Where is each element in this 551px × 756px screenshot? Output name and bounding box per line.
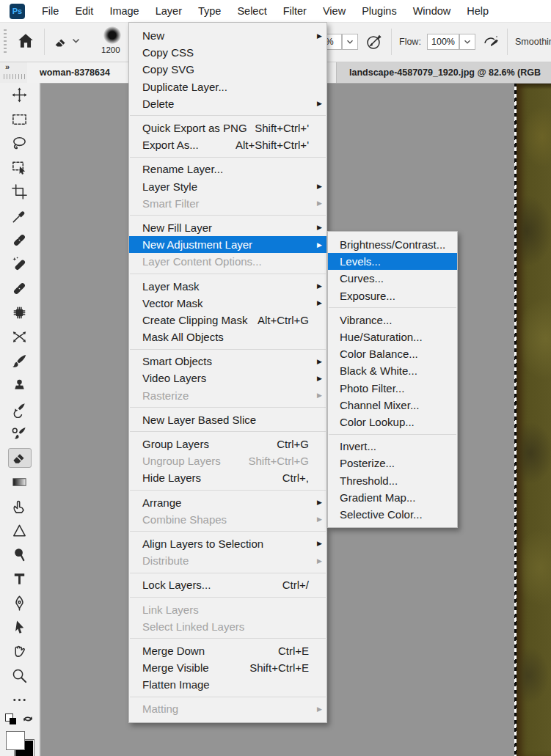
tool-object-selection[interactable] (8, 158, 32, 177)
tool-crop[interactable] (8, 182, 32, 202)
pressure-opacity-icon[interactable] (365, 33, 383, 51)
tool-type[interactable] (8, 569, 32, 589)
menu-item-copy-css[interactable]: Copy CSS (129, 44, 326, 61)
menu-item-select-linked-layers[interactable]: Select Linked Layers (129, 618, 326, 635)
menu-item-quick-export-as-png[interactable]: Quick Export as PNGShift+Ctrl+' (129, 120, 326, 136)
tool-clone-stamp[interactable] (8, 375, 32, 395)
menubar-item-help[interactable]: Help (459, 0, 497, 22)
flow-value-box[interactable]: 100% (427, 34, 459, 50)
menu-item-lock-layers[interactable]: Lock Layers...Ctrl+/ (129, 576, 326, 593)
tool-gradient[interactable] (8, 472, 32, 492)
tab-landscape-document[interactable]: landscape-4587079_1920.jpg @ 82.6% (RGB (336, 62, 551, 83)
chevron-down-icon[interactable] (72, 38, 80, 44)
document-image[interactable] (517, 83, 551, 756)
menu-item-align-layers-to-selection[interactable]: Align Layers to Selection▶ (129, 535, 326, 552)
tab-woman-document[interactable]: woman-8378634 (27, 62, 134, 83)
tool-blur[interactable] (8, 521, 32, 540)
menubar-item-file[interactable]: File (34, 0, 67, 22)
menu-item-vibrance[interactable]: Vibrance... (328, 312, 457, 329)
tool-eraser-selected[interactable] (8, 448, 32, 468)
tool-brush[interactable] (8, 351, 32, 371)
menu-item-hue-saturation[interactable]: Hue/Saturation... (328, 329, 457, 345)
menu-item-matting[interactable]: Matting▶ (129, 700, 326, 717)
menu-item-merge-down[interactable]: Merge DownCtrl+E (129, 642, 326, 659)
menubar-item-edit[interactable]: Edit (67, 0, 101, 22)
tool-eyedropper[interactable] (8, 206, 32, 226)
menubar-item-layer[interactable]: Layer (147, 0, 190, 22)
tool-hand[interactable] (8, 642, 32, 661)
tool-smudge[interactable] (8, 496, 32, 516)
menubar-item-type[interactable]: Type (190, 0, 229, 22)
menubar-item-window[interactable]: Window (405, 0, 459, 22)
tool-history-brush[interactable] (8, 400, 32, 419)
airbrush-icon[interactable] (482, 33, 500, 51)
opacity-dropdown-button[interactable] (342, 34, 358, 50)
menu-item-color-lookup[interactable]: Color Lookup... (328, 414, 457, 430)
menubar-item-view[interactable]: View (315, 0, 354, 22)
panel-collapse-chevrons-icon[interactable]: » (5, 62, 10, 71)
menu-item-brightness-contrast[interactable]: Brightness/Contrast... (328, 236, 457, 253)
menu-item-ungroup-layers[interactable]: Ungroup LayersShift+Ctrl+G (129, 452, 326, 469)
menu-item-vector-mask[interactable]: Vector Mask▶ (129, 295, 326, 312)
tool-path-selection[interactable] (8, 617, 32, 637)
menu-item-curves[interactable]: Curves... (328, 270, 457, 287)
menu-item-distribute[interactable]: Distribute▶ (129, 552, 326, 569)
menubar-item-image[interactable]: Image (101, 0, 147, 22)
menu-item-channel-mixer[interactable]: Channel Mixer... (328, 397, 457, 414)
tool-rectangular-marquee[interactable] (8, 109, 32, 129)
menu-item-video-layers[interactable]: Video Layers▶ (129, 370, 326, 386)
eraser-preset-icon[interactable] (53, 34, 69, 51)
home-icon[interactable] (16, 32, 35, 51)
menu-item-merge-visible[interactable]: Merge VisibleShift+Ctrl+E (129, 659, 326, 676)
swap-colors-icon[interactable] (21, 712, 34, 728)
tool-remove[interactable] (8, 303, 32, 323)
menu-item-delete[interactable]: Delete▶ (129, 95, 326, 112)
menu-item-invert[interactable]: Invert... (328, 438, 457, 455)
menu-item-new-fill-layer[interactable]: New Fill Layer▶ (129, 219, 326, 236)
menu-item-smart-objects[interactable]: Smart Objects▶ (129, 353, 326, 370)
menu-item-rasterize[interactable]: Rasterize▶ (129, 387, 326, 404)
menu-item-layer-mask[interactable]: Layer Mask▶ (129, 277, 326, 294)
tool-lasso[interactable] (8, 133, 32, 153)
tool-mixer-brush[interactable] (8, 424, 32, 444)
menu-item-mask-all-objects[interactable]: Mask All Objects (129, 329, 326, 345)
menu-item-photo-filter[interactable]: Photo Filter... (328, 380, 457, 397)
menu-item-new[interactable]: New▶ (129, 27, 326, 44)
default-colors-icon[interactable] (5, 713, 16, 724)
tool-pen[interactable] (8, 593, 32, 613)
tool-spot-healing-brush[interactable] (8, 230, 32, 250)
menu-item-arrange[interactable]: Arrange▶ (129, 494, 326, 511)
menu-item-group-layers[interactable]: Group LayersCtrl+G (129, 436, 326, 452)
menu-item-flatten-image[interactable]: Flatten Image (129, 676, 326, 693)
menu-item-exposure[interactable]: Exposure... (328, 287, 457, 304)
menu-item-rename-layer[interactable]: Rename Layer... (129, 161, 326, 177)
tool-content-aware-move[interactable] (8, 327, 32, 347)
menu-item-layer-content-options[interactable]: Layer Content Options... (129, 253, 326, 270)
menu-item-hide-layers[interactable]: Hide LayersCtrl+, (129, 469, 326, 486)
menu-item-posterize[interactable]: Posterize... (328, 455, 457, 471)
menu-item-levels[interactable]: Levels... (328, 253, 457, 270)
menu-item-copy-svg[interactable]: Copy SVG (129, 61, 326, 78)
menu-item-new-layer-based-slice[interactable]: New Layer Based Slice (129, 411, 326, 428)
menu-item-new-adjustment-layer[interactable]: New Adjustment Layer▶ (129, 236, 326, 253)
menu-item-export-as[interactable]: Export As...Alt+Shift+Ctrl+' (129, 136, 326, 153)
menu-item-create-clipping-mask[interactable]: Create Clipping MaskAlt+Ctrl+G (129, 312, 326, 329)
menu-item-combine-shapes[interactable]: Combine Shapes▶ (129, 511, 326, 528)
menu-item-duplicate-layer[interactable]: Duplicate Layer... (129, 78, 326, 95)
menu-item-selective-color[interactable]: Selective Color... (328, 506, 457, 523)
foreground-background-swatches[interactable] (6, 731, 34, 756)
menubar-item-plugins[interactable]: Plugins (354, 0, 405, 22)
brush-preview-icon[interactable] (103, 26, 121, 44)
tool-zoom[interactable] (8, 666, 32, 686)
menubar-item-select[interactable]: Select (229, 0, 274, 22)
menu-item-gradient-map[interactable]: Gradient Map... (328, 489, 457, 506)
tool-move[interactable] (8, 85, 32, 105)
foreground-color-swatch[interactable] (6, 731, 25, 750)
menu-item-layer-style[interactable]: Layer Style▶ (129, 178, 326, 195)
menubar-item-filter[interactable]: Filter (275, 0, 315, 22)
menu-item-color-balance[interactable]: Color Balance... (328, 345, 457, 362)
menu-item-link-layers[interactable]: Link Layers (129, 601, 326, 617)
tool-patch[interactable] (8, 279, 32, 298)
flow-dropdown-button[interactable] (459, 34, 475, 50)
tool-more-tools[interactable] (8, 690, 32, 710)
